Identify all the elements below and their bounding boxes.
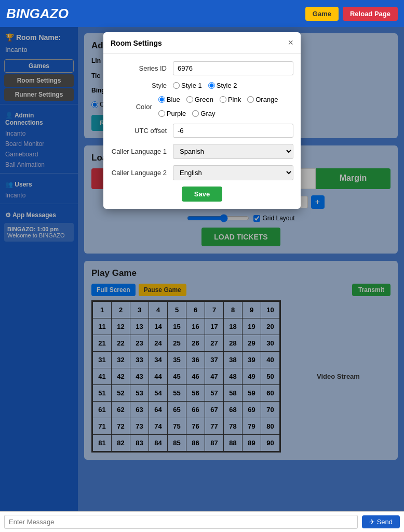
series-id-label: Series ID [111, 64, 173, 72]
modal-title: Room Settings [111, 39, 162, 47]
chat-bar: ✈ Send [0, 511, 404, 532]
style-radio-group: Style 1 Style 2 [173, 82, 237, 89]
style2-label: Style 2 [217, 82, 237, 89]
style1-radio[interactable] [173, 82, 180, 89]
modal-header: Room Settings × [103, 32, 301, 54]
header: BINGAZO Game Reload Page [0, 0, 404, 27]
style-label: Style [111, 82, 173, 89]
room-settings-modal: Room Settings × Series ID Style Style 1 [103, 32, 301, 209]
color-purple[interactable]: Purple [158, 110, 186, 117]
send-button[interactable]: ✈ Send [362, 515, 400, 528]
style1-option[interactable]: Style 1 [173, 82, 202, 89]
style1-label: Style 1 [181, 82, 202, 89]
modal-save-button[interactable]: Save [182, 187, 222, 202]
utc-input[interactable] [173, 124, 293, 138]
modal-body: Series ID Style Style 1 Style 2 [103, 54, 301, 209]
color-radio-group: Blue Green Pink Orange Purple Gray [158, 96, 293, 117]
series-id-input[interactable] [173, 61, 293, 75]
caller-lang2-label: Caller Language 2 [111, 169, 173, 177]
utc-row: UTC offset [111, 124, 293, 138]
caller-lang1-row: Caller Language 1 Spanish English [111, 144, 293, 159]
color-label: Color [111, 103, 158, 111]
color-blue[interactable]: Blue [158, 96, 180, 103]
caller-lang1-label: Caller Language 1 [111, 148, 173, 155]
chat-input[interactable] [4, 515, 358, 529]
utc-label: UTC offset [111, 127, 173, 135]
caller-lang2-row: Caller Language 2 English Spanish [111, 165, 293, 180]
color-green[interactable]: Green [186, 96, 213, 103]
color-gray[interactable]: Gray [192, 110, 215, 117]
header-actions: Game Reload Page [305, 7, 398, 21]
game-button[interactable]: Game [305, 7, 339, 21]
logo: BINGAZO [6, 6, 69, 22]
send-label: Send [377, 518, 393, 526]
caller-lang1-select[interactable]: Spanish English [173, 144, 293, 159]
color-orange[interactable]: Orange [247, 96, 278, 103]
series-id-row: Series ID [111, 61, 293, 75]
modal-save-row: Save [111, 187, 293, 202]
style-row: Style Style 1 Style 2 [111, 82, 293, 89]
style2-radio[interactable] [208, 82, 215, 89]
color-row: Color Blue Green Pink Orange Purple Gray [111, 96, 293, 117]
modal-close-button[interactable]: × [288, 37, 293, 48]
color-pink[interactable]: Pink [220, 96, 241, 103]
caller-lang2-select[interactable]: English Spanish [173, 165, 293, 180]
reload-button[interactable]: Reload Page [343, 7, 398, 21]
style2-option[interactable]: Style 2 [208, 82, 237, 89]
modal-overlay[interactable]: Room Settings × Series ID Style Style 1 [0, 27, 404, 511]
send-icon: ✈ [369, 518, 375, 526]
